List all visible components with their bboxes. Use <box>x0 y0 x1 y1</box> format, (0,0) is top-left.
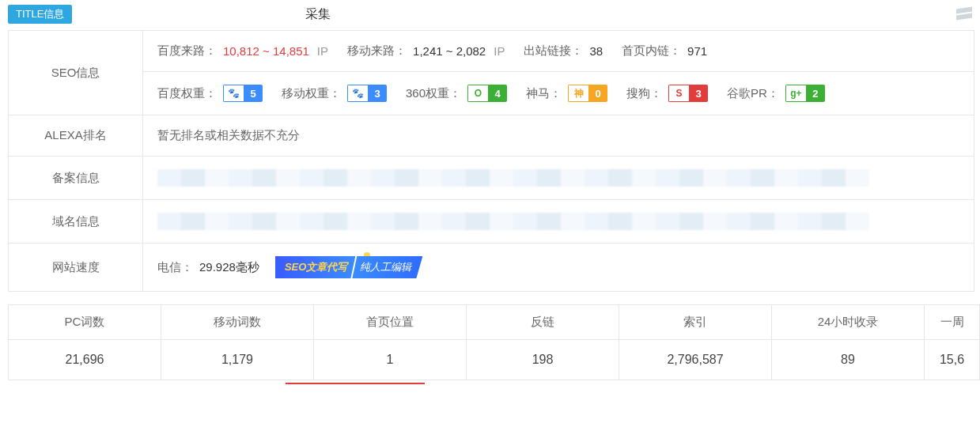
ip-unit: IP <box>317 44 328 58</box>
stats-index-value: 2,796,587 <box>619 340 772 380</box>
title-bar: TITLE信息 采集 <box>0 0 980 30</box>
title-info-badge: TITLE信息 <box>8 5 72 24</box>
shenma-rank-value: 0 <box>588 85 607 102</box>
google-rank-value: 2 <box>806 85 825 102</box>
outlinks-label: 出站链接： <box>524 43 583 59</box>
stats-header-24h[interactable]: 24小时收录 <box>772 305 925 340</box>
stats-homepos-value: 1 <box>314 340 467 380</box>
mobile-rank-label: 移动权重： <box>282 86 341 101</box>
stats-mobile-value: 1,179 <box>161 340 314 380</box>
sogou-icon: S <box>668 85 689 102</box>
google-rank-badge[interactable]: g+ 2 <box>785 85 825 102</box>
stats-pc-value: 21,696 <box>9 340 161 380</box>
google-icon: g+ <box>785 85 806 102</box>
beian-redacted <box>157 169 869 187</box>
mobile-rank-value: 3 <box>368 85 387 102</box>
innerlinks-value: 971 <box>687 44 707 58</box>
baidu-rank-badge[interactable]: 🐾 5 <box>223 85 263 102</box>
page-title-suffix: 采集 <box>80 6 331 23</box>
seo-rank-row: 百度权重： 🐾 5 移动权重： 🐾 3 360权重： <box>143 72 974 115</box>
beian-label: 备案信息 <box>9 157 143 200</box>
speed-label: 网站速度 <box>9 244 143 292</box>
shenma-rank-badge[interactable]: 神 0 <box>568 85 607 102</box>
s360-rank-label: 360权重： <box>406 86 461 101</box>
stats-header-pc[interactable]: PC词数 <box>9 305 161 340</box>
stats-header-homepos[interactable]: 首页位置 <box>314 305 467 340</box>
ip-unit: IP <box>494 44 505 58</box>
stats-row: 21,696 1,179 1 198 2,796,587 89 15,6 <box>9 340 980 380</box>
sogou-rank-value: 3 <box>689 85 708 102</box>
seo-info-label: SEO信息 <box>9 31 143 115</box>
sogou-rank-badge[interactable]: S 3 <box>668 85 708 102</box>
baidu-traffic-value: 10,812 ~ 14,851 <box>223 44 309 58</box>
stats-header-index[interactable]: 索引 <box>619 305 772 340</box>
stats-header-week[interactable]: 一周 <box>925 305 980 340</box>
sogou-rank-label: 搜狗： <box>626 86 662 101</box>
stats-header-mobile[interactable]: 移动词数 <box>161 305 314 340</box>
seo-promo-banner[interactable]: SEO文章代写 纯人工编辑 <box>275 256 422 278</box>
shenma-icon: 神 <box>568 85 588 102</box>
seo-traffic-row: 百度来路： 10,812 ~ 14,851 IP 移动来路： 1,241 ~ 2… <box>143 31 974 72</box>
mobile-rank-badge[interactable]: 🐾 3 <box>347 85 387 102</box>
title-left: TITLE信息 采集 <box>8 5 331 24</box>
alexa-value: 暂无排名或相关数据不充分 <box>143 115 974 157</box>
promo-right-text: 纯人工编辑 <box>352 256 422 278</box>
alexa-label: ALEXA排名 <box>9 115 143 157</box>
innerlinks-label: 首页内链： <box>622 43 681 59</box>
baidu-traffic-label: 百度来路： <box>157 43 217 59</box>
baidu-mobile-icon: 🐾 <box>347 85 368 102</box>
promo-left-text: SEO文章代写 <box>275 256 355 278</box>
stats-underline-bars <box>8 382 980 385</box>
shenma-rank-label: 神马： <box>526 86 562 101</box>
google-rank-label: 谷歌PR： <box>727 86 779 101</box>
isp-label: 电信： <box>157 260 193 275</box>
layers-icon[interactable] <box>956 8 972 21</box>
s360-rank-value: 4 <box>488 85 507 102</box>
stats-header-backlink[interactable]: 反链 <box>467 305 619 340</box>
s360-rank-badge[interactable]: O 4 <box>467 85 507 102</box>
mobile-traffic-value: 1,241 ~ 2,082 <box>413 44 486 58</box>
seo-info-table: SEO信息 百度来路： 10,812 ~ 14,851 IP 移动来路： 1,2… <box>8 30 974 292</box>
domain-label: 域名信息 <box>9 200 143 244</box>
s360-icon: O <box>467 85 488 102</box>
stats-table: PC词数 移动词数 首页位置 反链 索引 24小时收录 一周 21,696 1,… <box>8 304 980 380</box>
baidu-icon: 🐾 <box>223 85 244 102</box>
stats-week-value: 15,6 <box>925 340 980 380</box>
baidu-rank-value: 5 <box>244 85 263 102</box>
outlinks-value: 38 <box>589 44 603 58</box>
stats-backlink-value: 198 <box>467 340 619 380</box>
mobile-traffic-label: 移动来路： <box>347 43 407 59</box>
domain-redacted <box>157 213 869 230</box>
isp-value: 29.928毫秒 <box>199 260 259 275</box>
baidu-rank-label: 百度权重： <box>157 86 217 101</box>
stats-24h-value: 89 <box>772 340 925 380</box>
